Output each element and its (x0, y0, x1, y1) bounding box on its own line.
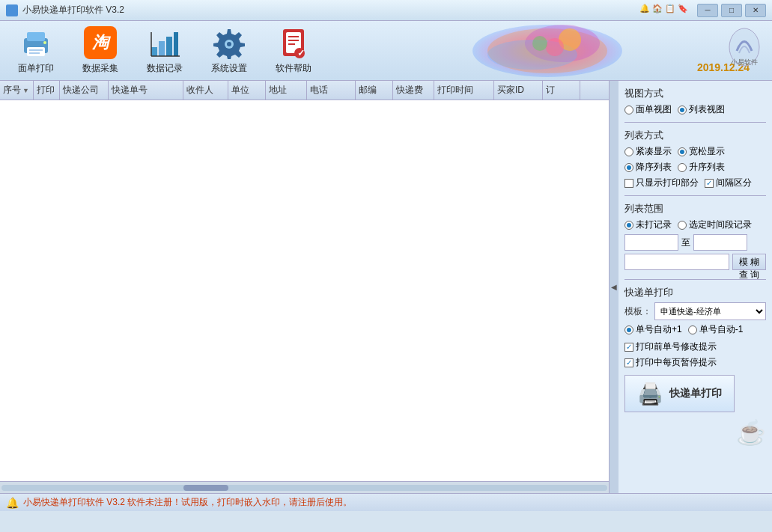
app-icon (6, 4, 18, 16)
svg-rect-6 (151, 47, 157, 56)
radio-unprinted-label: 未打记录 (636, 218, 672, 231)
sys-settings-label: 系统设置 (211, 62, 247, 75)
h-scroll-thumb (183, 485, 228, 491)
checkbox-pause-print-label: 打印中每页暂停提示 (636, 356, 717, 369)
status-bar: 🔔 小易快递单打印软件 V3.2 软件未注册！试用版，打印时嵌入水印，请注册后使… (0, 493, 772, 511)
print-btn-icon: 🖨️ (637, 382, 663, 406)
checkbox-before-print-label: 打印前单号修改提示 (636, 340, 717, 353)
divider-2 (624, 195, 766, 196)
list-mode-section: 列表方式 紧凑显示 宽松显示 降序列表 升序列表 (624, 129, 766, 189)
minimize-btn[interactable]: ─ (697, 4, 718, 17)
radio-unprinted[interactable]: 未打记录 (624, 218, 672, 231)
radio-face-view-label: 面单视图 (636, 103, 672, 116)
toolbar-data-record[interactable]: 数据记录 (136, 25, 193, 76)
table-header: 序号 ▼ 打印 快递公司 快递单号 收件人 单位 地址 电话 (0, 81, 609, 100)
svg-point-14 (227, 42, 231, 46)
chart-icon (148, 26, 181, 59)
list-mode-radios-row1: 紧凑显示 宽松显示 (624, 145, 766, 158)
print-btn[interactable]: 🖨️ 快递单打印 (624, 375, 735, 412)
svg-rect-2 (27, 47, 45, 56)
col-buyerid-header: 买家ID (494, 81, 543, 100)
close-btn[interactable]: ✕ (745, 4, 766, 17)
flower-svg (472, 25, 622, 77)
app-logo: 小易软件 (723, 21, 765, 73)
taobao-logo: 淘 (84, 26, 117, 59)
divider-3 (624, 279, 766, 280)
radio-face-view-circle (624, 106, 633, 114)
radio-list-view-circle (678, 106, 687, 114)
radio-auto-minus[interactable]: 单号自动-1 (688, 323, 744, 336)
data-record-label: 数据记录 (147, 62, 183, 75)
col-order-header: 订 (543, 81, 580, 100)
radio-timerange[interactable]: 选定时间段记录 (678, 218, 752, 231)
list-range-radios: 未打记录 选定时间段记录 (624, 218, 766, 231)
toolbar-face-print[interactable]: 面单打印 (7, 25, 64, 76)
toolbar-data-collect[interactable]: 淘 数据采集 (72, 25, 129, 76)
col-seq-header: 序号 ▼ (0, 81, 34, 100)
search-input[interactable] (624, 254, 729, 270)
sort-arrow-icon: ▼ (22, 87, 29, 94)
svg-rect-1 (27, 32, 45, 41)
checkbox-interval[interactable]: ✓ 间隔区分 (705, 177, 752, 189)
h-scrollbar[interactable] (0, 481, 609, 493)
list-range-section: 列表范围 未打记录 选定时间段记录 至 模 糊 查 询 (624, 202, 766, 273)
print-section-title: 快递单打印 (624, 286, 766, 299)
svg-rect-4 (29, 49, 43, 51)
checkbox-interval-label: 间隔区分 (716, 177, 752, 189)
checkbox-pause-print[interactable]: ✓ 打印中每页暂停提示 (624, 356, 766, 369)
col-print-header: 打印 (34, 81, 60, 100)
template-select[interactable]: 申通快递-经济单 圆通快递 韵达快递 顺丰快递 (654, 302, 766, 320)
checkbox-print-only[interactable]: 只显示打印部分 (624, 177, 699, 189)
maximize-btn[interactable]: □ (721, 4, 742, 17)
radio-list-view[interactable]: 列表视图 (678, 103, 725, 116)
collapse-panel-btn[interactable]: ◀ (610, 81, 618, 493)
view-mode-section: 视图方式 面单视图 列表视图 (624, 87, 766, 116)
coffee-decoration: ☕ (624, 418, 766, 447)
search-btn[interactable]: 模 糊 查 询 (732, 254, 766, 270)
svg-rect-5 (29, 52, 40, 54)
radio-auto-plus-label: 单号自动+1 (636, 323, 682, 336)
date-to-input[interactable] (693, 234, 747, 251)
toolbar: 面单打印 淘 数据采集 数据记录 系统设置 (0, 21, 772, 81)
checkbox-before-print-box: ✓ (624, 343, 633, 352)
radio-timerange-label: 选定时间段记录 (689, 218, 752, 231)
toolbar-sys-settings[interactable]: 系统设置 (201, 25, 258, 76)
col-fee-header: 快递费 (393, 81, 434, 100)
radio-asc-circle (678, 163, 687, 172)
settings-icon (213, 26, 246, 59)
col-no-header: 快递单号 (109, 81, 183, 100)
radio-loose[interactable]: 宽松显示 (678, 145, 725, 158)
radio-auto-plus[interactable]: 单号自动+1 (624, 323, 682, 336)
view-mode-radios: 面单视图 列表视图 (624, 103, 766, 116)
radio-compact-circle (624, 147, 633, 156)
checkbox-before-print[interactable]: ✓ 打印前单号修改提示 (624, 340, 766, 353)
printer-icon (19, 26, 52, 59)
help-label: 软件帮助 (276, 62, 311, 75)
radio-compact[interactable]: 紧凑显示 (624, 145, 672, 158)
date-range-row: 至 (624, 234, 766, 251)
col-unit-header: 单位 (228, 81, 266, 100)
svg-rect-9 (174, 32, 178, 56)
svg-point-3 (43, 41, 46, 44)
radio-desc[interactable]: 降序列表 (624, 161, 672, 174)
checkbox-pause-print-box: ✓ (624, 358, 633, 367)
print-section: 快递单打印 模板： 申通快递-经济单 圆通快递 韵达快递 顺丰快递 单号自动+1… (624, 286, 766, 447)
title-bar-left: 小易快递单打印软件 V3.2 (6, 4, 124, 16)
date-from-input[interactable] (624, 234, 678, 251)
status-icon: 🔔 (6, 497, 19, 509)
taobao-icon: 淘 (84, 26, 117, 59)
radio-face-view[interactable]: 面单视图 (624, 103, 672, 116)
checkbox-print-only-box (624, 179, 633, 188)
radio-loose-circle (678, 147, 687, 156)
svg-rect-7 (159, 41, 165, 56)
date-to-label: 至 (681, 236, 690, 249)
toolbar-help[interactable]: ✓ 软件帮助 (265, 25, 322, 76)
right-panel: 视图方式 面单视图 列表视图 列表方式 紧凑显示 (618, 81, 772, 493)
h-scroll-track (1, 485, 607, 491)
radio-desc-label: 降序列表 (636, 161, 672, 174)
title-bar: 小易快递单打印软件 V3.2 🔔 🏠 📋 🔖 ─ □ ✕ (0, 0, 772, 21)
svg-text:✓: ✓ (297, 48, 305, 58)
radio-asc[interactable]: 升序列表 (678, 161, 725, 174)
radio-auto-minus-label: 单号自动-1 (699, 323, 744, 336)
list-mode-title: 列表方式 (624, 129, 766, 142)
